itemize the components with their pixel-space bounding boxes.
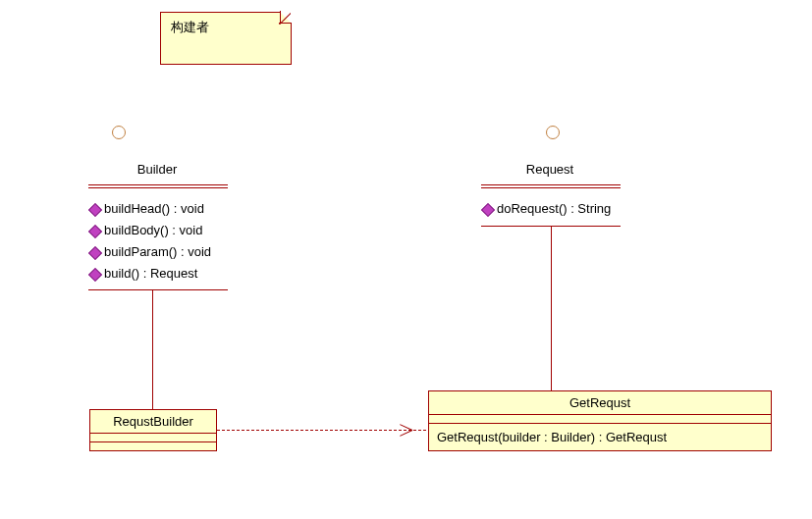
- interface-name-request: Request: [452, 162, 648, 177]
- class-requst-builder: RequstBuilder: [89, 409, 217, 451]
- note-box: 构建者: [160, 12, 292, 65]
- visibility-icon: [88, 224, 102, 237]
- builder-method-2: buildParam() : void: [90, 244, 211, 259]
- method-text: GetRequst(builder : Builder) : GetRequst: [437, 430, 667, 444]
- builder-method-0: buildHead() : void: [90, 201, 204, 216]
- method-text: build() : Request: [104, 266, 197, 281]
- method-text: doRequest() : String: [497, 201, 611, 216]
- note-text: 构建者: [171, 20, 209, 34]
- connector-requstbuilder-to-getrequst: [217, 430, 426, 431]
- interface-marker-builder: [112, 126, 126, 139]
- interface-name-builder: Builder: [59, 162, 255, 177]
- class-name-requst-builder: RequstBuilder: [90, 410, 216, 433]
- interface-bottom-line-builder: [88, 289, 228, 290]
- connector-request-to-getrequst: [551, 227, 552, 390]
- request-method-0: doRequest() : String: [483, 201, 611, 216]
- get-requst-method-0: GetRequst(builder : Builder) : GetRequst: [437, 430, 763, 444]
- interface-marker-request: [546, 126, 560, 139]
- builder-method-3: build() : Request: [90, 266, 197, 281]
- visibility-icon: [481, 202, 495, 216]
- class-name-get-requst: GetRequst: [429, 391, 771, 414]
- method-text: buildHead() : void: [104, 201, 204, 216]
- visibility-icon: [88, 245, 102, 259]
- builder-method-1: buildBody() : void: [90, 223, 202, 237]
- connector-builder-to-requstbuilder: [152, 290, 153, 409]
- class-get-requst: GetRequst GetRequst(builder : Builder) :…: [428, 390, 772, 451]
- visibility-icon: [88, 202, 102, 216]
- visibility-icon: [88, 267, 102, 281]
- method-text: buildParam() : void: [104, 244, 211, 259]
- method-text: buildBody() : void: [104, 223, 202, 237]
